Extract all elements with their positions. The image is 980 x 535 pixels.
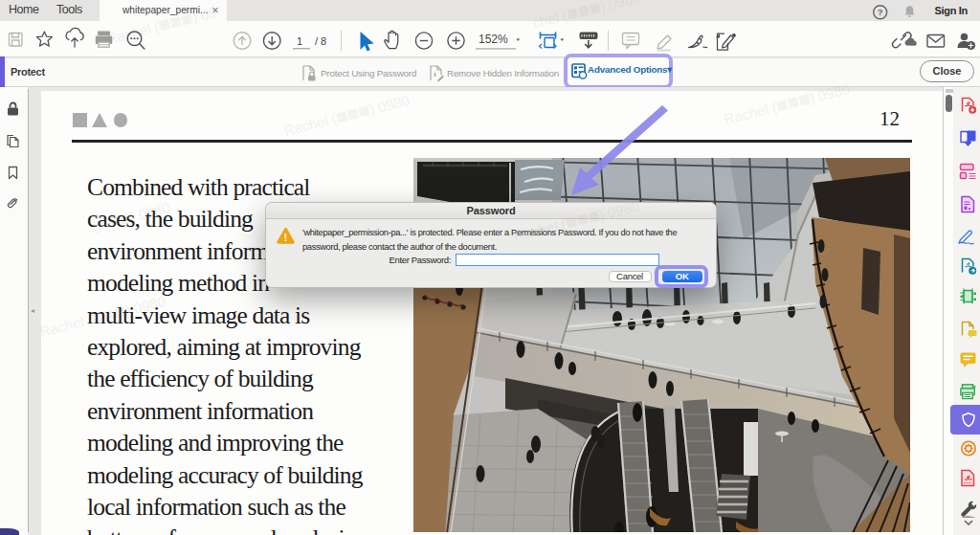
svg-text:!: !: [284, 232, 288, 243]
svg-text:152%: 152%: [479, 33, 508, 46]
svg-text:1: 1: [297, 35, 302, 47]
svg-text:/ 8: / 8: [315, 35, 326, 47]
svg-text:?: ?: [878, 7, 883, 17]
